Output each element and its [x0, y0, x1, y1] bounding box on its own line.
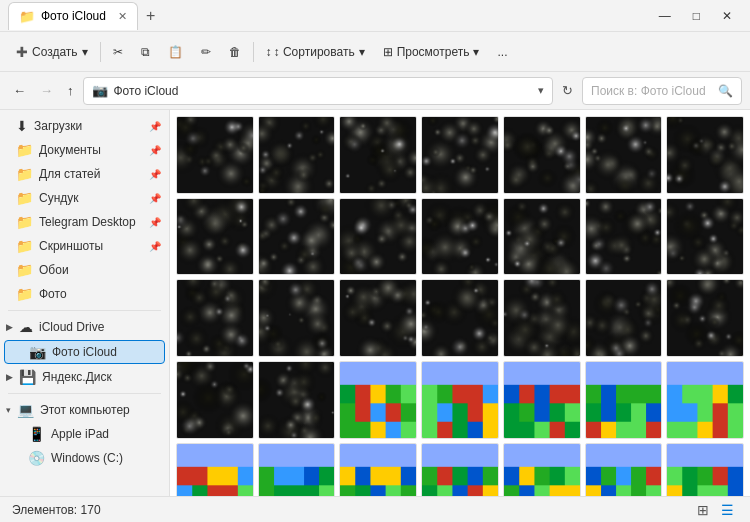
sidebar-item-foto-icloud[interactable]: 📷 Фото iCloud	[4, 340, 165, 364]
yandex-icon: 💾	[19, 369, 36, 385]
thumbnail[interactable]	[421, 443, 499, 496]
thumbnail[interactable]	[176, 279, 254, 357]
thumbnail[interactable]	[339, 443, 417, 496]
new-tab-button[interactable]: +	[138, 5, 163, 27]
list-view-button[interactable]: ☰	[717, 500, 738, 520]
thumbnail[interactable]	[176, 116, 254, 194]
sidebar: ⬇ Загрузки 📌 📁 Документы 📌 📁 Для статей …	[0, 110, 170, 496]
thumbnail[interactable]	[585, 198, 663, 276]
rename-button[interactable]: ✏	[193, 41, 219, 63]
thumbnail-grid	[176, 116, 744, 496]
photos-icon: 📁	[16, 286, 33, 302]
thumbnail[interactable]	[421, 361, 499, 439]
view-controls: ⊞ ☰	[693, 500, 738, 520]
tab-close-button[interactable]: ✕	[118, 10, 127, 23]
sidebar-group-label: Яндекс.Диск	[42, 370, 112, 384]
thumbnail[interactable]	[258, 279, 336, 357]
thumbnail[interactable]	[339, 279, 417, 357]
sidebar-item-label: Загрузки	[34, 119, 82, 133]
thumbnail[interactable]	[258, 198, 336, 276]
thumbnail[interactable]	[585, 116, 663, 194]
refresh-button[interactable]: ↻	[557, 80, 578, 101]
sidebar-item-documents[interactable]: 📁 Документы 📌	[0, 138, 169, 162]
thumbnail[interactable]	[339, 198, 417, 276]
copy-icon: ⧉	[141, 45, 150, 59]
wallpapers-icon: 📁	[16, 262, 33, 278]
content-area[interactable]	[170, 110, 750, 496]
forward-button[interactable]: →	[35, 80, 58, 101]
chevron-right-icon: ▶	[6, 322, 13, 332]
thumbnail[interactable]	[421, 198, 499, 276]
thumbnail[interactable]	[503, 116, 581, 194]
sort-button[interactable]: ↕ ↕ Сортировать ▾	[258, 41, 373, 63]
pin-icon: 📌	[149, 217, 161, 228]
sidebar-item-trunk[interactable]: 📁 Сундук 📌	[0, 186, 169, 210]
sidebar-item-label: Apple iPad	[51, 427, 109, 441]
trunk-icon: 📁	[16, 190, 33, 206]
thumbnail[interactable]	[585, 361, 663, 439]
thumbnail[interactable]	[176, 361, 254, 439]
thumbnail[interactable]	[503, 198, 581, 276]
window-controls: — □ ✕	[649, 7, 742, 25]
thumbnail[interactable]	[176, 443, 254, 496]
pc-icon: 💻	[17, 402, 34, 418]
sidebar-item-wallpapers[interactable]: 📁 Обои	[0, 258, 169, 282]
thumbnail[interactable]	[503, 279, 581, 357]
thumbnail[interactable]	[503, 443, 581, 496]
sidebar-group-label: Этот компьютер	[40, 403, 130, 417]
sidebar-item-articles[interactable]: 📁 Для статей 📌	[0, 162, 169, 186]
address-chevron-icon: ▾	[538, 84, 544, 97]
tab-foto-icloud[interactable]: 📁 Фото iCloud ✕	[8, 2, 138, 30]
grid-view-button[interactable]: ⊞	[693, 500, 713, 520]
delete-icon: 🗑	[229, 45, 241, 59]
search-box[interactable]: Поиск в: Фото iCloud 🔍	[582, 77, 742, 105]
thumbnail[interactable]	[258, 443, 336, 496]
address-box[interactable]: 📷 Фото iCloud ▾	[83, 77, 554, 105]
thumbnail[interactable]	[585, 443, 663, 496]
up-button[interactable]: ↑	[62, 80, 79, 101]
maximize-button[interactable]: □	[683, 7, 710, 25]
sidebar-item-windows-c[interactable]: 💿 Windows (C:)	[0, 446, 169, 470]
sidebar-divider-1	[8, 310, 161, 311]
thumbnail[interactable]	[503, 361, 581, 439]
copy-button[interactable]: ⧉	[133, 41, 158, 63]
thumbnail[interactable]	[666, 279, 744, 357]
delete-button[interactable]: 🗑	[221, 41, 249, 63]
view-button[interactable]: ⊞ Просмотреть ▾	[375, 41, 488, 63]
sidebar-item-telegram[interactable]: 📁 Telegram Desktop 📌	[0, 210, 169, 234]
thumbnail[interactable]	[666, 116, 744, 194]
pin-icon: 📌	[149, 145, 161, 156]
thumbnail[interactable]	[666, 198, 744, 276]
thumbnail[interactable]	[339, 116, 417, 194]
thumbnail[interactable]	[585, 279, 663, 357]
back-button[interactable]: ←	[8, 80, 31, 101]
minimize-button[interactable]: —	[649, 7, 681, 25]
telegram-icon: 📁	[16, 214, 33, 230]
thumbnail[interactable]	[176, 198, 254, 276]
search-icon: 🔍	[718, 84, 733, 98]
create-button[interactable]: ✚ Создать ▾	[8, 40, 96, 64]
paste-button[interactable]: 📋	[160, 41, 191, 63]
more-button[interactable]: ...	[489, 41, 515, 63]
title-bar: 📁 Фото iCloud ✕ + — □ ✕	[0, 0, 750, 32]
close-button[interactable]: ✕	[712, 7, 742, 25]
sidebar-group-yandex[interactable]: ▶ 💾 Яндекс.Диск	[0, 365, 169, 389]
sidebar-item-photos[interactable]: 📁 Фото	[0, 282, 169, 306]
thumbnail[interactable]	[421, 116, 499, 194]
thumbnail[interactable]	[666, 361, 744, 439]
cut-button[interactable]: ✂	[105, 41, 131, 63]
sidebar-item-screenshots[interactable]: 📁 Скриншоты 📌	[0, 234, 169, 258]
sidebar-item-apple-ipad[interactable]: 📱 Apple iPad	[0, 422, 169, 446]
sidebar-item-label: Фото	[39, 287, 67, 301]
thumbnail[interactable]	[339, 361, 417, 439]
sidebar-item-downloads[interactable]: ⬇ Загрузки 📌	[0, 114, 169, 138]
thumbnail[interactable]	[421, 279, 499, 357]
thumbnail[interactable]	[258, 116, 336, 194]
chevron-right-icon: ▶	[6, 372, 13, 382]
sidebar-group-this-pc[interactable]: ▾ 💻 Этот компьютер	[0, 398, 169, 422]
thumbnail[interactable]	[666, 443, 744, 496]
thumbnail[interactable]	[258, 361, 336, 439]
title-bar-left: 📁 Фото iCloud ✕ +	[8, 2, 163, 30]
sidebar-group-icloud-drive[interactable]: ▶ ☁ iCloud Drive	[0, 315, 169, 339]
documents-icon: 📁	[16, 142, 33, 158]
